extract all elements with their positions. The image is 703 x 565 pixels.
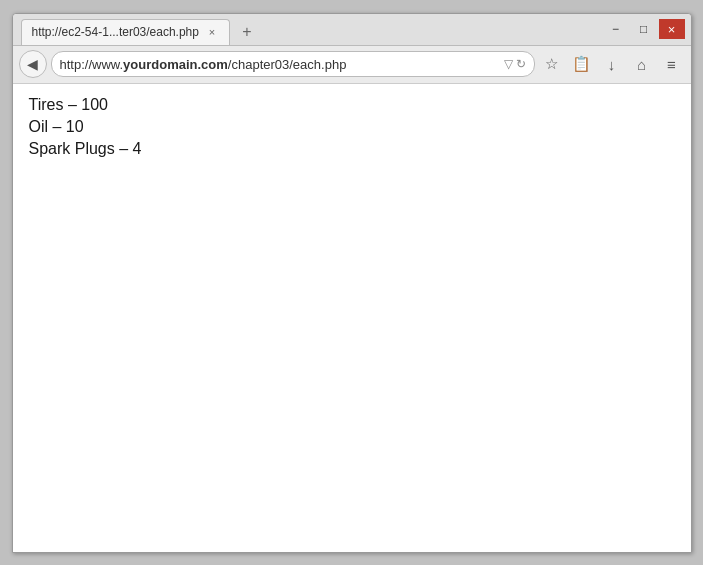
download-button[interactable]: ↓: [599, 51, 625, 77]
tab-label: http://ec2-54-1...ter03/each.php: [32, 25, 199, 39]
browser-tab[interactable]: http://ec2-54-1...ter03/each.php ×: [21, 19, 230, 45]
content-line-3: Spark Plugs – 4: [29, 140, 675, 158]
back-arrow-icon: ◀: [27, 56, 38, 72]
back-button[interactable]: ◀: [19, 50, 47, 78]
dropdown-icon[interactable]: ▽: [504, 57, 513, 71]
browser-window: http://ec2-54-1...ter03/each.php × + − □…: [12, 13, 692, 553]
close-button[interactable]: ×: [659, 19, 685, 39]
window-controls: − □ ×: [597, 14, 691, 45]
nav-bar: ◀ http://www.yourdomain.com/chapter03/ea…: [13, 46, 691, 84]
address-icons: ▽ ↻: [504, 57, 526, 71]
address-prefix: http://www.: [60, 57, 124, 72]
minimize-button[interactable]: −: [603, 19, 629, 39]
title-bar: http://ec2-54-1...ter03/each.php × + − □…: [13, 14, 691, 46]
star-button[interactable]: ☆: [539, 51, 565, 77]
tab-close-button[interactable]: ×: [205, 25, 219, 39]
maximize-button[interactable]: □: [631, 19, 657, 39]
address-suffix: /chapter03/each.php: [228, 57, 347, 72]
tab-area: http://ec2-54-1...ter03/each.php × +: [13, 14, 597, 45]
refresh-icon[interactable]: ↻: [516, 57, 526, 71]
page-content: Tires – 100 Oil – 10 Spark Plugs – 4: [13, 84, 691, 552]
address-text: http://www.yourdomain.com/chapter03/each…: [60, 57, 500, 72]
content-line-2: Oil – 10: [29, 118, 675, 136]
bookmark-button[interactable]: 📋: [569, 51, 595, 77]
home-button[interactable]: ⌂: [629, 51, 655, 77]
menu-button[interactable]: ≡: [659, 51, 685, 77]
address-domain: yourdomain.com: [123, 57, 228, 72]
new-tab-button[interactable]: +: [234, 19, 260, 45]
address-bar[interactable]: http://www.yourdomain.com/chapter03/each…: [51, 51, 535, 77]
content-line-1: Tires – 100: [29, 96, 675, 114]
